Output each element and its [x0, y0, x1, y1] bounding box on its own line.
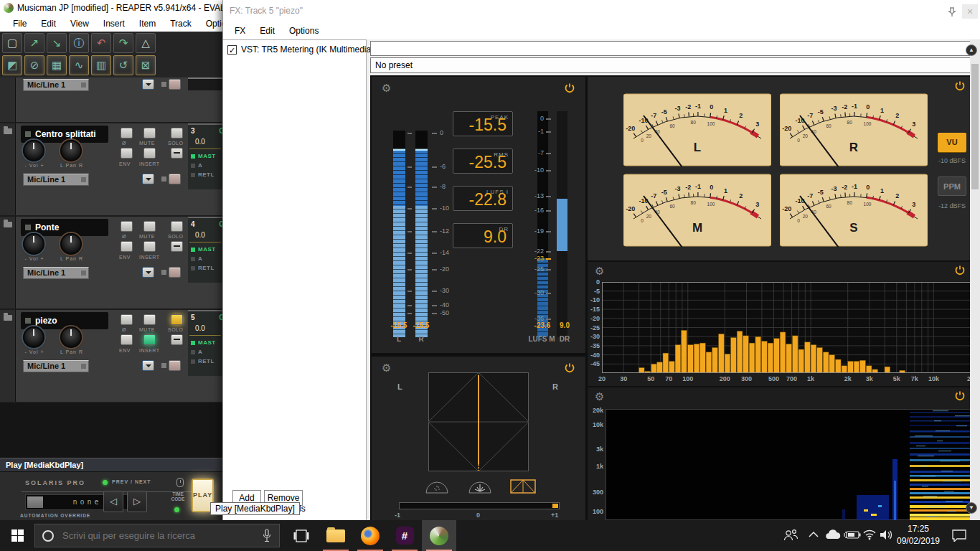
power-icon[interactable]	[564, 362, 575, 374]
menu-item-view[interactable]: View	[63, 16, 96, 32]
pan-knob[interactable]	[60, 326, 82, 348]
record-mode-dropdown[interactable]	[142, 360, 154, 371]
scroll-down-icon[interactable]: ▼	[966, 502, 977, 514]
mixer-strip[interactable]: 5 G 0.0 MAST A RETL	[188, 310, 222, 376]
settings-gear-icon[interactable]: ⚙	[595, 265, 604, 276]
solo-button[interactable]	[171, 128, 183, 138]
record-arm-button[interactable]	[169, 360, 181, 371]
input-selector[interactable]: Mic/Line 1	[23, 360, 89, 372]
record-mode-dropdown[interactable]	[142, 174, 154, 184]
envelope-points-icon[interactable]: ∿	[69, 55, 89, 75]
start-button[interactable]	[0, 520, 34, 551]
track-row[interactable]: Centro splittati - Vol + L Pan R Mic/Lin…	[0, 123, 222, 217]
mute-button[interactable]	[143, 221, 156, 232]
insert-button[interactable]	[143, 334, 156, 345]
redo-icon[interactable]: ↷	[113, 33, 133, 53]
mute-button[interactable]	[143, 314, 156, 325]
loop-points-icon[interactable]: ↺	[113, 55, 133, 75]
power-icon[interactable]	[564, 83, 575, 94]
mixer-strip[interactable]: 4 G 0.0 MAST A RETL	[188, 217, 222, 283]
power-icon[interactable]	[954, 390, 966, 402]
menu-item-edit[interactable]: Edit	[34, 16, 63, 32]
scroll-up-icon[interactable]: ▲	[966, 44, 977, 56]
pin-icon[interactable]	[947, 6, 957, 17]
menu-item-fx[interactable]: FX	[227, 23, 253, 39]
power-icon[interactable]	[954, 80, 966, 92]
save-project-icon[interactable]: ↘	[47, 33, 67, 53]
new-project-icon[interactable]: ▢	[2, 33, 22, 53]
insert-button[interactable]	[143, 241, 156, 252]
automation-handle[interactable]	[27, 496, 43, 508]
width-button[interactable]	[171, 334, 183, 345]
menu-item-edit[interactable]: Edit	[253, 23, 282, 39]
file-explorer-button[interactable]	[319, 520, 353, 551]
phase-button[interactable]	[121, 221, 133, 232]
track-row-partial[interactable]: Mic/Line 1	[0, 77, 222, 123]
open-project-icon[interactable]: ↗	[24, 33, 44, 53]
next-marker-button[interactable]: ▷	[127, 491, 147, 512]
close-icon[interactable]: ✕	[962, 4, 978, 19]
fx-plugin-list[interactable]: ✓ VST: TR5 Metering (IK Multimedia)	[223, 39, 367, 520]
gonio-mode-burst-button[interactable]	[466, 479, 494, 494]
solo-button[interactable]	[171, 221, 183, 232]
gonio-mode-dots-button[interactable]	[423, 479, 451, 494]
fx-button[interactable]	[121, 334, 133, 345]
firefox-button[interactable]	[353, 520, 387, 551]
fx-button[interactable]	[121, 148, 133, 159]
search-input[interactable]	[61, 529, 262, 542]
menu-item-track[interactable]: Track	[163, 16, 199, 32]
track-area-empty[interactable]	[0, 403, 222, 458]
volume-knob[interactable]	[23, 140, 44, 161]
metronome-icon[interactable]: △	[136, 33, 156, 53]
fx-enabled-checkbox[interactable]: ✓	[227, 45, 237, 55]
volume-knob[interactable]	[23, 233, 44, 255]
action-center-icon[interactable]	[951, 529, 967, 542]
snap-grid-icon[interactable]: ▥	[91, 55, 111, 75]
undo-icon[interactable]: ↶	[91, 33, 111, 53]
record-mode-dropdown[interactable]	[142, 79, 154, 90]
record-arm-button[interactable]	[169, 79, 181, 90]
phase-button[interactable]	[121, 314, 133, 325]
solo-button[interactable]	[171, 314, 183, 325]
phase-button[interactable]	[121, 128, 133, 138]
fx-list-item[interactable]: ✓ VST: TR5 Metering (IK Multimedia)	[227, 44, 374, 55]
fx-comment-input[interactable]	[370, 41, 980, 56]
ppm-mode-button[interactable]: PPM	[938, 176, 966, 196]
width-button[interactable]	[171, 241, 183, 252]
record-arm-button[interactable]	[169, 174, 181, 184]
clock[interactable]: 17:25 09/02/2019	[890, 523, 947, 547]
pan-knob[interactable]	[60, 233, 82, 255]
battery-icon[interactable]	[844, 529, 861, 540]
settings-gear-icon[interactable]: ⚙	[595, 391, 604, 402]
menu-item-item[interactable]: Item	[132, 16, 163, 32]
power-icon[interactable]	[954, 265, 966, 276]
fx-scrollbar[interactable]	[970, 39, 980, 520]
gonio-mode-lissajous-button[interactable]	[509, 479, 537, 494]
preset-dropdown[interactable]: No preset ∨	[370, 57, 980, 73]
project-settings-icon[interactable]: ⓘ	[69, 33, 89, 53]
task-view-button[interactable]	[284, 520, 319, 551]
reaper-taskbar-button[interactable]	[422, 520, 456, 551]
locking-icon[interactable]: ⊠	[136, 55, 156, 75]
record-mode-dropdown[interactable]	[142, 267, 154, 278]
taskbar-search[interactable]	[34, 524, 280, 547]
pan-knob[interactable]	[60, 140, 82, 161]
ripple-edit-icon[interactable]: ⊘	[24, 55, 44, 75]
fx-titlebar[interactable]: FX: Track 5 "piezo" ✕	[223, 0, 980, 22]
width-button[interactable]	[171, 148, 183, 159]
track-row[interactable]: Ponte - Vol + L Pan R Mic/Line 1 Ø MUTE …	[0, 217, 222, 310]
people-icon[interactable]	[782, 529, 799, 542]
hidden-icons-chevron[interactable]	[808, 531, 819, 538]
track-row[interactable]: piezo - Vol + L Pan R Mic/Line 1 Ø MUTE …	[0, 310, 222, 403]
settings-gear-icon[interactable]: ⚙	[382, 83, 391, 93]
fx-button[interactable]	[121, 241, 133, 252]
prev-marker-button[interactable]: ◁	[103, 491, 123, 512]
input-selector[interactable]: Mic/Line 1	[23, 174, 89, 186]
mouse-edit-icon[interactable]: ◩	[2, 55, 22, 75]
menu-item-file[interactable]: File	[6, 16, 34, 32]
vu-mode-button[interactable]: VU	[938, 133, 966, 152]
onedrive-icon[interactable]	[824, 529, 842, 542]
item-grouping-icon[interactable]: ▦	[47, 55, 67, 75]
insert-button[interactable]	[143, 148, 156, 159]
input-selector[interactable]: Mic/Line 1	[23, 79, 89, 91]
